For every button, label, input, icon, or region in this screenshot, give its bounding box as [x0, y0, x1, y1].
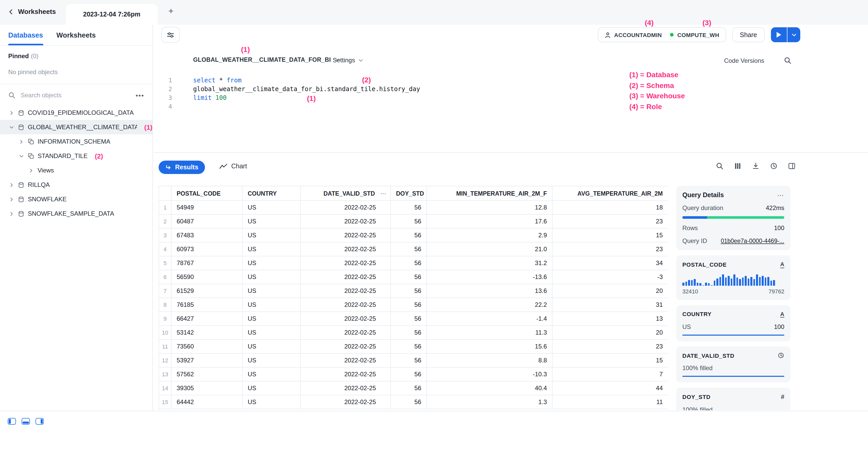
table-row[interactable]: 1253927US2022-02-25568.815 [159, 353, 668, 367]
code-line[interactable]: 3limit 100 [153, 94, 868, 102]
schema-icon [28, 138, 34, 145]
table-row[interactable]: 260487US2022-02-255617.623 [159, 214, 668, 228]
row-number: 2 [159, 214, 171, 228]
text-format-icon[interactable]: A [780, 261, 784, 268]
toggle-right-panel-icon[interactable] [35, 418, 44, 425]
code-versions-link[interactable]: Code Versions [724, 57, 764, 64]
histogram-bar [714, 281, 715, 286]
code-line[interactable]: 1select * from [153, 76, 868, 85]
warehouse-label: COMPUTE_WH [677, 32, 719, 38]
tree-item-label: COVID19_EPIDEMIOLOGICAL_DATA [28, 109, 134, 116]
tab-worksheets[interactable]: Worksheets [56, 25, 96, 45]
worksheet-settings-button[interactable] [161, 27, 180, 43]
number-format-icon[interactable]: # [781, 394, 784, 401]
query-details-menu-icon[interactable]: ⋯ [777, 192, 784, 198]
tab-chart[interactable]: Chart [219, 163, 247, 170]
worksheet-tab[interactable]: 2023-12-04 7:26pm [66, 4, 158, 25]
table-row[interactable]: 1173560US2022-02-255615.623 [159, 339, 668, 353]
cell: 56 [391, 326, 427, 339]
search-input[interactable] [20, 91, 131, 99]
histogram-bar [742, 278, 744, 286]
annotation-marker: (1) [144, 123, 152, 131]
code-text: global_weather__climate_data_for_bi.stan… [172, 85, 420, 94]
code-line[interactable]: 2global_weather__climate_data_for_bi.sta… [153, 85, 868, 94]
settings-dropdown[interactable]: Settings [333, 57, 363, 64]
row-number: 10 [159, 326, 171, 339]
column-header-country[interactable]: COUNTRY [242, 186, 301, 200]
postal-code-histogram[interactable] [682, 274, 784, 286]
chevron-right-icon[interactable] [8, 183, 14, 187]
tree-item-standard-tile[interactable]: STANDARD_TILE(2) [0, 149, 152, 163]
sql-editor[interactable]: 1select * from2global_weather__climate_d… [153, 76, 868, 152]
table-row[interactable]: 1357562US2022-02-2556-10.37 [159, 367, 668, 381]
cell: 56 [391, 353, 427, 367]
tree-item-covid19-epidemiological-data[interactable]: COVID19_EPIDEMIOLOGICAL_DATA [0, 105, 152, 120]
query-id-link[interactable]: 01b0ee7a-0000-4469-... [721, 238, 784, 244]
tree-item-global-weather-climate-data-f[interactable]: GLOBAL_WEATHER__CLIMATE_DATA_F...(1) [0, 120, 152, 134]
chevron-right-icon[interactable] [28, 168, 34, 173]
column-header-min_temperature_air_2m_f[interactable]: MIN_TEMPERATURE_AIR_2M_F [427, 186, 552, 200]
column-menu-icon[interactable]: ⋯ [380, 190, 387, 197]
code-line[interactable]: 4 [153, 102, 868, 111]
tree-item-information-schema[interactable]: INFORMATION_SCHEMA [0, 134, 152, 149]
share-button[interactable]: Share [732, 27, 765, 42]
more-options-icon[interactable]: ••• [136, 92, 144, 99]
table-row[interactable]: 761529US2022-02-255613.620 [159, 284, 668, 298]
column-header-avg_temperature_air_2m[interactable]: AVG_TEMPERATURE_AIR_2M [552, 186, 668, 200]
histogram-bar [685, 282, 687, 286]
text-format-icon[interactable]: A [780, 311, 784, 318]
table-row[interactable]: 1564442US2022-02-25561.311 [159, 395, 668, 409]
column-header-doy_std[interactable]: DOY_STD [391, 186, 427, 200]
column-header-date_valid_std[interactable]: DATE_VALID_STD⋯ [301, 186, 391, 200]
cell: 56 [391, 339, 427, 353]
table-row[interactable]: 656590US2022-02-2556-13.6-3 [159, 270, 668, 284]
chevron-right-icon[interactable] [8, 197, 14, 201]
row-number: 3 [159, 228, 171, 242]
toggle-left-panel-icon[interactable] [8, 418, 16, 425]
columns-icon[interactable] [734, 162, 742, 170]
tree-item-rillqa[interactable]: RILLQA [0, 177, 152, 192]
histogram-bar [708, 283, 710, 286]
table-row[interactable]: 1439305US2022-02-255640.444 [159, 381, 668, 395]
toggle-bottom-panel-icon[interactable] [22, 418, 30, 425]
tree-item-views[interactable]: Views [0, 163, 152, 177]
chevron-down-icon[interactable] [18, 154, 24, 158]
chevron-right-icon[interactable] [8, 211, 14, 216]
chevron-down-icon[interactable] [8, 125, 14, 129]
search-results-icon[interactable] [716, 162, 723, 170]
annotation-legend: (1) = Database(2) = Schema(3) = Warehous… [629, 69, 685, 112]
table-row[interactable]: 1053142US2022-02-255611.320 [159, 326, 668, 339]
results-table-container[interactable]: POSTAL_CODECOUNTRYDATE_VALID_STD⋯DOY_STD… [159, 186, 668, 411]
table-row[interactable]: 578767US2022-02-255631.234 [159, 256, 668, 270]
role-selector[interactable]: ACCOUNTADMIN [604, 32, 662, 38]
cell: 61529 [171, 284, 242, 298]
split-panel-icon[interactable] [788, 162, 796, 170]
table-row[interactable]: 966427US2022-02-2556-1.413 [159, 312, 668, 326]
warehouse-selector[interactable]: COMPUTE_WH [670, 32, 719, 38]
history-icon[interactable] [770, 162, 778, 170]
column-header-postal_code[interactable]: POSTAL_CODE [171, 186, 242, 200]
run-button[interactable] [771, 27, 787, 42]
tree-item-snowflake-sample-data[interactable]: SNOWFLAKE_SAMPLE_DATA [0, 206, 152, 221]
editor-search-icon[interactable] [784, 57, 792, 64]
cell: 1.3 [427, 395, 552, 409]
chevron-right-icon[interactable] [8, 110, 14, 115]
back-to-worksheets-button[interactable]: Worksheets [8, 8, 56, 15]
cell: 53927 [171, 353, 242, 367]
run-options-button[interactable] [787, 27, 800, 42]
clock-icon[interactable] [778, 352, 784, 359]
histogram-bar [745, 276, 746, 286]
table-row[interactable]: 460973US2022-02-255621.023 [159, 242, 668, 256]
cell: US [242, 339, 301, 353]
tree-item-snowflake[interactable]: SNOWFLAKE [0, 192, 152, 206]
table-row[interactable]: 154949US2022-02-255612.818 [159, 200, 668, 214]
new-worksheet-button[interactable]: + [168, 7, 174, 15]
table-row[interactable]: 367483US2022-02-25562.915 [159, 228, 668, 242]
download-icon[interactable] [752, 162, 760, 170]
table-row[interactable]: 876185US2022-02-255622.231 [159, 298, 668, 312]
cell: -1.4 [427, 312, 552, 326]
tab-results[interactable]: Results [159, 161, 205, 174]
chevron-right-icon[interactable] [18, 139, 24, 144]
tab-databases[interactable]: Databases [8, 25, 43, 45]
database-context-selector[interactable]: GLOBAL_WEATHER__CLIMATE_DATA_FOR_BI [193, 57, 340, 63]
